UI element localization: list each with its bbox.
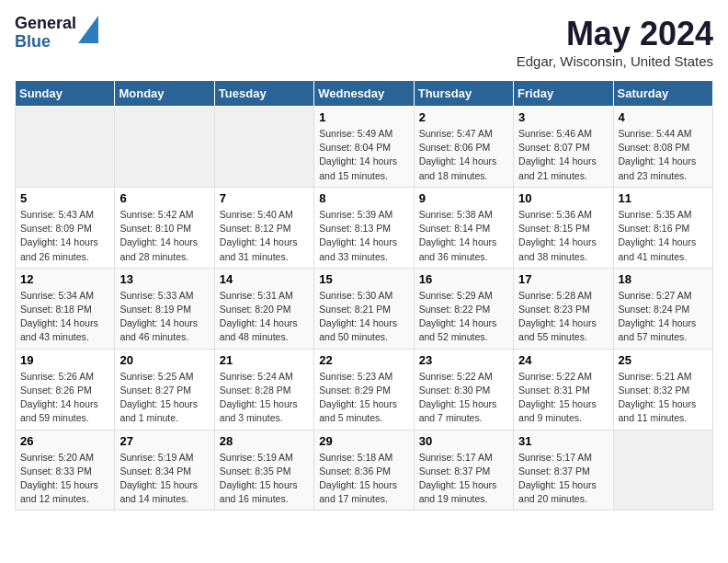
day-info: Sunrise: 5:39 AM Sunset: 8:13 PM Dayligh… (319, 208, 408, 264)
calendar-week-2: 5Sunrise: 5:43 AM Sunset: 8:09 PM Daylig… (16, 187, 713, 268)
month-title: May 2024 (517, 15, 713, 53)
day-info: Sunrise: 5:26 AM Sunset: 8:26 PM Dayligh… (20, 370, 109, 426)
calendar-cell: 11Sunrise: 5:35 AM Sunset: 8:16 PM Dayli… (613, 187, 712, 268)
header-thursday: Thursday (414, 81, 513, 107)
calendar-cell: 8Sunrise: 5:39 AM Sunset: 8:13 PM Daylig… (314, 187, 414, 268)
day-number: 17 (518, 272, 608, 286)
day-number: 30 (419, 434, 508, 448)
day-info: Sunrise: 5:46 AM Sunset: 8:07 PM Dayligh… (518, 127, 608, 183)
calendar-cell (115, 107, 214, 188)
day-info: Sunrise: 5:38 AM Sunset: 8:14 PM Dayligh… (419, 208, 508, 264)
calendar-cell: 17Sunrise: 5:28 AM Sunset: 8:23 PM Dayli… (514, 268, 613, 349)
day-number: 24 (518, 353, 608, 367)
svg-marker-0 (78, 16, 98, 43)
calendar-cell: 4Sunrise: 5:44 AM Sunset: 8:08 PM Daylig… (613, 107, 712, 188)
calendar-week-1: 1Sunrise: 5:49 AM Sunset: 8:04 PM Daylig… (16, 107, 713, 188)
calendar-cell: 15Sunrise: 5:30 AM Sunset: 8:21 PM Dayli… (314, 268, 414, 349)
calendar-cell: 22Sunrise: 5:23 AM Sunset: 8:29 PM Dayli… (314, 349, 414, 430)
calendar-cell: 30Sunrise: 5:17 AM Sunset: 8:37 PM Dayli… (414, 430, 513, 511)
day-number: 9 (419, 191, 508, 205)
logo: General Blue (15, 15, 98, 52)
day-number: 15 (319, 272, 408, 286)
day-number: 27 (119, 434, 209, 448)
logo-blue-text: Blue (15, 33, 76, 52)
calendar-cell: 20Sunrise: 5:25 AM Sunset: 8:27 PM Dayli… (115, 349, 214, 430)
day-info: Sunrise: 5:43 AM Sunset: 8:09 PM Dayligh… (20, 208, 109, 264)
day-number: 19 (20, 353, 109, 367)
day-number: 6 (119, 191, 209, 205)
day-number: 1 (319, 110, 408, 124)
day-number: 31 (518, 434, 608, 448)
day-number: 28 (220, 434, 309, 448)
calendar-cell: 28Sunrise: 5:19 AM Sunset: 8:35 PM Dayli… (214, 430, 313, 511)
day-info: Sunrise: 5:34 AM Sunset: 8:18 PM Dayligh… (20, 289, 109, 345)
day-info: Sunrise: 5:31 AM Sunset: 8:20 PM Dayligh… (220, 289, 309, 345)
day-number: 23 (419, 353, 508, 367)
calendar-cell: 2Sunrise: 5:47 AM Sunset: 8:06 PM Daylig… (414, 107, 513, 188)
day-number: 3 (518, 110, 608, 124)
day-info: Sunrise: 5:33 AM Sunset: 8:19 PM Dayligh… (119, 289, 209, 345)
day-info: Sunrise: 5:20 AM Sunset: 8:33 PM Dayligh… (20, 451, 109, 507)
day-number: 13 (119, 272, 209, 286)
day-number: 29 (319, 434, 408, 448)
day-info: Sunrise: 5:35 AM Sunset: 8:16 PM Dayligh… (619, 208, 708, 264)
day-info: Sunrise: 5:44 AM Sunset: 8:08 PM Dayligh… (619, 127, 708, 183)
day-info: Sunrise: 5:29 AM Sunset: 8:22 PM Dayligh… (419, 289, 508, 345)
day-number: 11 (619, 191, 708, 205)
calendar-cell: 3Sunrise: 5:46 AM Sunset: 8:07 PM Daylig… (514, 107, 613, 188)
calendar-cell: 23Sunrise: 5:22 AM Sunset: 8:30 PM Dayli… (414, 349, 513, 430)
day-number: 4 (619, 110, 708, 124)
logo-icon (78, 16, 98, 43)
day-number: 14 (220, 272, 309, 286)
calendar-cell (16, 107, 115, 188)
day-number: 21 (220, 353, 309, 367)
header-wednesday: Wednesday (314, 81, 414, 107)
day-number: 18 (619, 272, 708, 286)
title-area: May 2024 Edgar, Wisconsin, United States (517, 15, 713, 69)
day-number: 8 (319, 191, 408, 205)
logo-general-text: General (15, 15, 76, 33)
calendar-cell (214, 107, 313, 188)
day-info: Sunrise: 5:19 AM Sunset: 8:34 PM Dayligh… (119, 451, 209, 507)
day-number: 26 (20, 434, 109, 448)
day-info: Sunrise: 5:30 AM Sunset: 8:21 PM Dayligh… (319, 289, 408, 345)
header-friday: Friday (514, 81, 613, 107)
calendar-cell: 29Sunrise: 5:18 AM Sunset: 8:36 PM Dayli… (314, 430, 414, 511)
day-info: Sunrise: 5:22 AM Sunset: 8:30 PM Dayligh… (419, 370, 508, 426)
day-info: Sunrise: 5:19 AM Sunset: 8:35 PM Dayligh… (220, 451, 309, 507)
calendar-cell: 16Sunrise: 5:29 AM Sunset: 8:22 PM Dayli… (414, 268, 513, 349)
calendar-cell: 31Sunrise: 5:17 AM Sunset: 8:37 PM Dayli… (514, 430, 613, 511)
day-number: 22 (319, 353, 408, 367)
calendar-week-3: 12Sunrise: 5:34 AM Sunset: 8:18 PM Dayli… (16, 268, 713, 349)
header-tuesday: Tuesday (214, 81, 313, 107)
calendar-cell: 27Sunrise: 5:19 AM Sunset: 8:34 PM Dayli… (115, 430, 214, 511)
calendar-cell: 13Sunrise: 5:33 AM Sunset: 8:19 PM Dayli… (115, 268, 214, 349)
header-sunday: Sunday (16, 81, 115, 107)
calendar-cell (613, 430, 712, 511)
day-info: Sunrise: 5:27 AM Sunset: 8:24 PM Dayligh… (619, 289, 708, 345)
calendar-week-4: 19Sunrise: 5:26 AM Sunset: 8:26 PM Dayli… (16, 349, 713, 430)
day-number: 5 (20, 191, 109, 205)
header-saturday: Saturday (613, 81, 712, 107)
day-info: Sunrise: 5:17 AM Sunset: 8:37 PM Dayligh… (518, 451, 608, 507)
day-info: Sunrise: 5:17 AM Sunset: 8:37 PM Dayligh… (419, 451, 508, 507)
calendar-cell: 6Sunrise: 5:42 AM Sunset: 8:10 PM Daylig… (115, 187, 214, 268)
page-header: General Blue May 2024 Edgar, Wisconsin, … (15, 15, 713, 69)
calendar-cell: 5Sunrise: 5:43 AM Sunset: 8:09 PM Daylig… (16, 187, 115, 268)
day-number: 2 (419, 110, 508, 124)
day-info: Sunrise: 5:28 AM Sunset: 8:23 PM Dayligh… (518, 289, 608, 345)
day-info: Sunrise: 5:49 AM Sunset: 8:04 PM Dayligh… (319, 127, 408, 183)
day-number: 7 (220, 191, 309, 205)
calendar-cell: 12Sunrise: 5:34 AM Sunset: 8:18 PM Dayli… (16, 268, 115, 349)
calendar-table: SundayMondayTuesdayWednesdayThursdayFrid… (15, 80, 713, 511)
calendar-cell: 21Sunrise: 5:24 AM Sunset: 8:28 PM Dayli… (214, 349, 313, 430)
day-number: 25 (619, 353, 708, 367)
calendar-cell: 18Sunrise: 5:27 AM Sunset: 8:24 PM Dayli… (613, 268, 712, 349)
calendar-cell: 14Sunrise: 5:31 AM Sunset: 8:20 PM Dayli… (214, 268, 313, 349)
header-monday: Monday (115, 81, 214, 107)
day-info: Sunrise: 5:18 AM Sunset: 8:36 PM Dayligh… (319, 451, 408, 507)
day-info: Sunrise: 5:36 AM Sunset: 8:15 PM Dayligh… (518, 208, 608, 264)
day-info: Sunrise: 5:40 AM Sunset: 8:12 PM Dayligh… (220, 208, 309, 264)
calendar-cell: 26Sunrise: 5:20 AM Sunset: 8:33 PM Dayli… (16, 430, 115, 511)
day-info: Sunrise: 5:23 AM Sunset: 8:29 PM Dayligh… (319, 370, 408, 426)
